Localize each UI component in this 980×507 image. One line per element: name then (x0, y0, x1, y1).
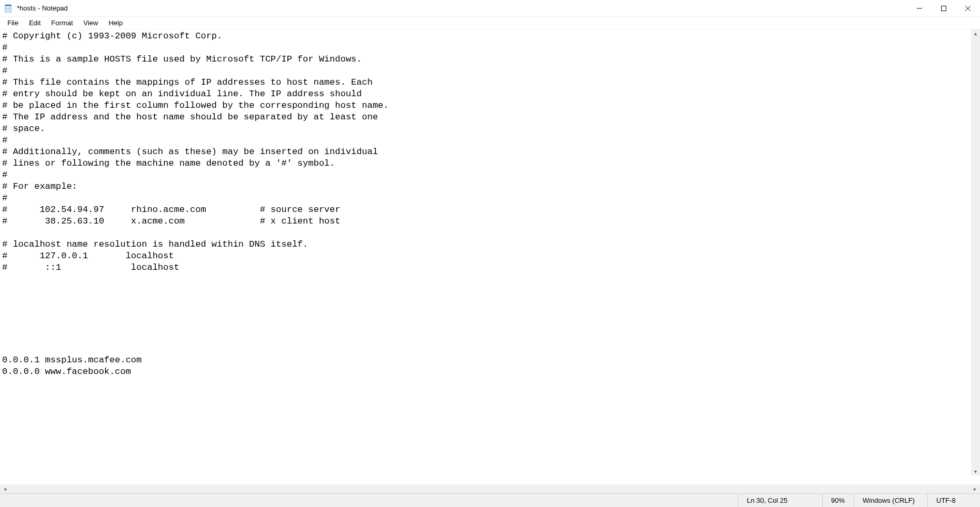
menu-format[interactable]: Format (46, 18, 78, 28)
menu-view[interactable]: View (78, 18, 104, 28)
scroll-right-icon[interactable]: ▸ (971, 485, 979, 493)
status-line-ending: Windows (CRLF) (854, 494, 927, 507)
scroll-left-icon[interactable]: ◂ (1, 485, 9, 493)
text-editor[interactable]: # Copyright (c) 1993-2009 Microsoft Corp… (0, 29, 980, 484)
status-bar: Ln 30, Col 25 90% Windows (CRLF) UTF-8 (0, 493, 980, 507)
scroll-down-icon[interactable]: ▾ (972, 468, 979, 475)
maximize-button[interactable] (932, 0, 956, 17)
horizontal-scrollbar[interactable]: ◂ ▸ (0, 484, 980, 493)
menu-file[interactable]: File (2, 18, 24, 28)
maximize-icon (941, 6, 946, 11)
window-controls (907, 0, 980, 17)
svg-rect-1 (5, 5, 11, 6)
status-zoom: 90% (822, 494, 854, 507)
status-position: Ln 30, Col 25 (738, 494, 822, 507)
close-button[interactable] (956, 0, 980, 17)
menu-bar: File Edit Format View Help (0, 17, 980, 29)
minimize-button[interactable] (907, 0, 932, 17)
vertical-scrollbar[interactable]: ▴ ▾ (971, 29, 980, 475)
svg-rect-6 (942, 6, 946, 11)
editor-area: # Copyright (c) 1993-2009 Microsoft Corp… (0, 29, 980, 484)
minimize-icon (917, 6, 922, 11)
title-bar: *hosts - Notepad (0, 0, 980, 17)
title-bar-left: *hosts - Notepad (0, 4, 68, 13)
menu-help[interactable]: Help (103, 18, 128, 28)
close-icon (965, 6, 971, 11)
notepad-icon (4, 4, 13, 13)
scroll-up-icon[interactable]: ▴ (972, 29, 979, 37)
window-title: *hosts - Notepad (17, 4, 68, 12)
status-encoding: UTF-8 (927, 494, 980, 507)
menu-edit[interactable]: Edit (24, 18, 46, 28)
